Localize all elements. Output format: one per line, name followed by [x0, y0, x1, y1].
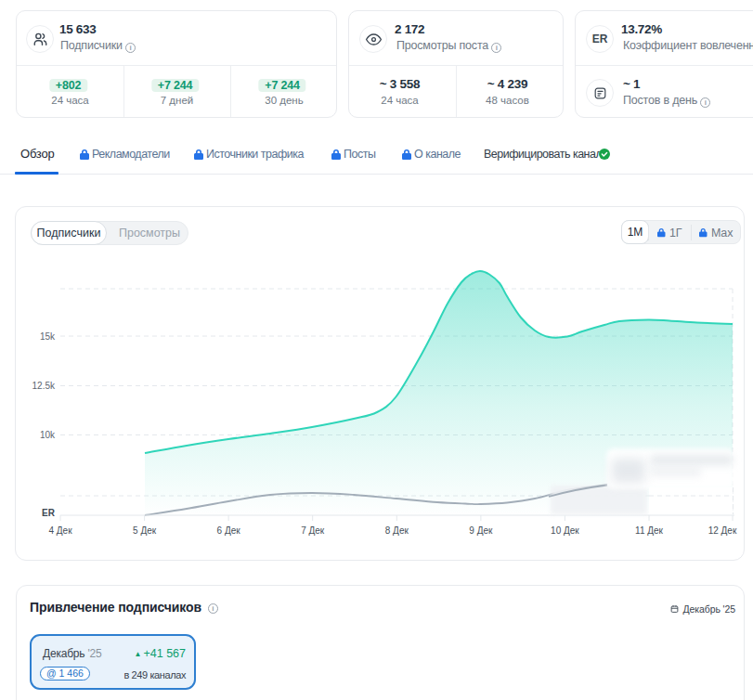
svg-text:5 Дек: 5 Дек: [133, 525, 157, 536]
svg-text:11 Дек: 11 Дек: [635, 525, 663, 536]
svg-text:4 Дек: 4 Дек: [48, 525, 72, 536]
svg-text:9 Дек: 9 Дек: [469, 525, 493, 536]
svg-text:7 Дек: 7 Дек: [301, 525, 325, 536]
svg-text:12 Дек: 12 Дек: [708, 525, 737, 536]
svg-text:15k: 15k: [40, 331, 56, 342]
svg-text:6 Дек: 6 Дек: [217, 525, 241, 536]
svg-text:10 Дек: 10 Дек: [551, 525, 579, 536]
svg-text:ER: ER: [42, 508, 56, 518]
svg-text:10k: 10k: [40, 430, 56, 440]
svg-text:12.5k: 12.5k: [32, 381, 56, 391]
svg-text:8 Дек: 8 Дек: [385, 525, 409, 536]
